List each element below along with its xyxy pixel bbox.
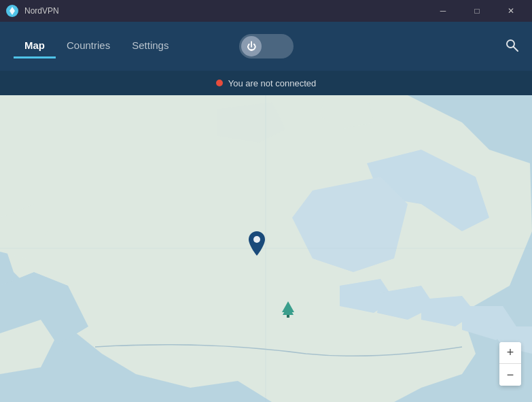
app-logo: [5, 4, 19, 18]
svg-point-6: [253, 236, 260, 243]
titlebar: NordVPN ─ □ ✕: [0, 0, 532, 22]
map-area[interactable]: + −: [0, 95, 532, 402]
svg-line-2: [514, 47, 518, 51]
connection-status-dot: [216, 80, 223, 86]
tree-icon-1: [281, 300, 296, 323]
svg-rect-10: [287, 315, 289, 318]
nav-tabs: Map Countries Settings: [14, 34, 179, 58]
tab-countries[interactable]: Countries: [56, 34, 121, 58]
zoom-in-button[interactable]: +: [499, 342, 521, 364]
zoom-controls: + −: [499, 342, 521, 386]
titlebar-controls: ─ □ ✕: [427, 0, 527, 22]
navbar: Map Countries Settings ⏻: [0, 22, 532, 71]
titlebar-left: NordVPN: [5, 4, 59, 18]
statusbar: You are not connected: [0, 71, 532, 95]
tab-settings[interactable]: Settings: [121, 34, 179, 58]
toggle-track[interactable]: ⏻: [239, 34, 294, 58]
app-title: NordVPN: [24, 6, 59, 16]
location-pin-1[interactable]: [247, 231, 267, 258]
maximize-button[interactable]: □: [461, 0, 493, 22]
connection-status-text: You are not connected: [228, 78, 317, 88]
power-toggle[interactable]: ⏻: [239, 34, 294, 58]
toggle-thumb: ⏻: [241, 36, 262, 56]
zoom-out-button[interactable]: −: [499, 364, 521, 386]
search-icon[interactable]: [505, 38, 518, 55]
minimize-button[interactable]: ─: [427, 0, 459, 22]
tab-map[interactable]: Map: [14, 34, 56, 58]
close-button[interactable]: ✕: [495, 0, 527, 22]
